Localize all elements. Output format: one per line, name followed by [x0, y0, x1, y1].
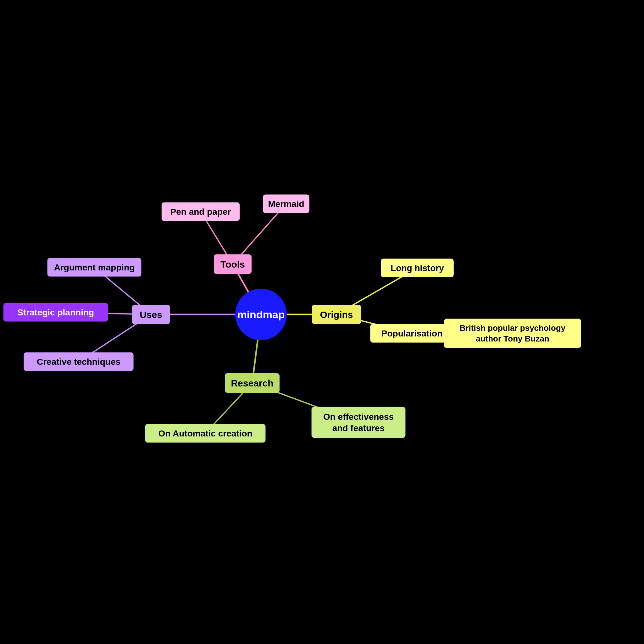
svg-text:On Automatic creation: On Automatic creation: [158, 429, 252, 438]
svg-text:Origins: Origins: [320, 309, 353, 320]
svg-text:Mermaid: Mermaid: [268, 199, 304, 209]
svg-text:Research: Research: [231, 378, 273, 388]
svg-text:author Tony Buzan: author Tony Buzan: [476, 334, 549, 343]
svg-text:and features: and features: [332, 423, 385, 433]
svg-text:Argument mapping: Argument mapping: [54, 263, 135, 272]
svg-text:British popular psychology: British popular psychology: [460, 323, 566, 333]
svg-text:Uses: Uses: [140, 309, 162, 320]
svg-text:Tools: Tools: [220, 259, 245, 269]
svg-text:Popularisation: Popularisation: [381, 329, 442, 338]
svg-text:Strategic planning: Strategic planning: [17, 308, 94, 317]
svg-text:Creative techniques: Creative techniques: [37, 357, 120, 367]
svg-rect-34: [312, 407, 406, 438]
svg-text:On effectiveness: On effectiveness: [323, 412, 394, 422]
svg-text:mindmap: mindmap: [237, 308, 285, 320]
mindmap-canvas: mindmapToolsPen and paperMermaidUsesArgu…: [0, 0, 644, 644]
svg-text:Long history: Long history: [391, 263, 444, 273]
svg-text:Pen and paper: Pen and paper: [170, 207, 231, 217]
